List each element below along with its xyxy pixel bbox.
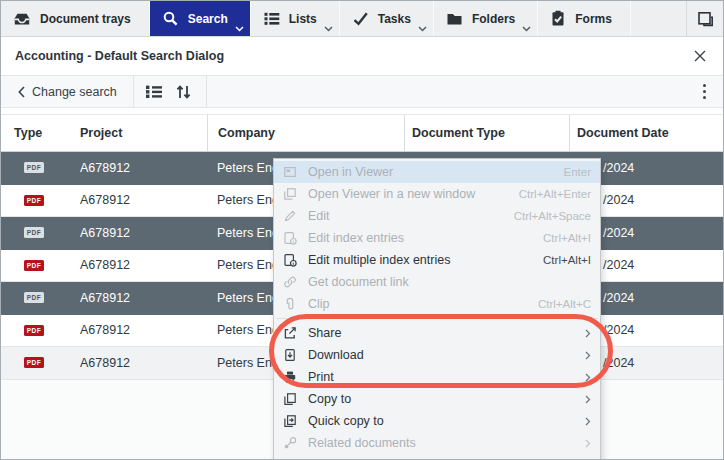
pdf-icon: PDF <box>24 227 44 238</box>
submenu-arrow-icon <box>581 373 591 382</box>
paperclip-icon <box>282 297 298 311</box>
project-cell: A678912 <box>67 185 207 217</box>
tabbar-spacer <box>631 1 686 36</box>
tab-label: Tasks <box>378 12 411 26</box>
pdf-icon: PDF <box>24 260 44 271</box>
menu-item-copy-to[interactable]: Copy to <box>274 388 600 410</box>
pdf-icon: PDF <box>24 195 44 206</box>
restore-window-button[interactable] <box>687 1 723 36</box>
checkmark-icon <box>352 10 369 27</box>
folder-icon <box>446 10 463 27</box>
pencil-icon <box>282 209 298 223</box>
more-options-button[interactable] <box>699 80 710 103</box>
tab-document-trays[interactable]: Document trays <box>1 1 150 36</box>
menu-item-edit-index-entries: Edit index entries Ctrl+Alt+I <box>274 227 600 249</box>
project-cell: A678912 <box>67 250 207 282</box>
app-window: Document trays Search Lists Tasks <box>0 0 724 460</box>
menu-item-history: History Ctrl+Alt+W <box>274 454 600 460</box>
menu-item-open-in-viewer: Open in Viewer Enter <box>274 161 600 183</box>
tab-label: Folders <box>472 12 515 26</box>
tab-lists[interactable]: Lists <box>251 1 340 36</box>
menu-item-clip: Clip Ctrl+Alt+C <box>274 293 600 315</box>
context-menu: Open in Viewer Enter Open Viewer in a ne… <box>273 158 601 460</box>
tab-search[interactable]: Search <box>150 1 251 36</box>
tab-tasks[interactable]: Tasks <box>340 1 434 36</box>
menu-item-edit: Edit Ctrl+Alt+Space <box>274 205 600 227</box>
quick-copy-icon <box>282 414 298 428</box>
share-icon <box>282 326 298 340</box>
submenu-arrow-icon <box>581 329 591 338</box>
toolbar-divider <box>133 75 134 108</box>
menu-item-open-viewer-new-window: Open Viewer in a new window Ctrl+Alt+Ent… <box>274 183 600 205</box>
submenu-arrow-icon <box>581 395 591 404</box>
submenu-arrow-icon <box>581 417 591 426</box>
search-icon <box>162 10 179 27</box>
pdf-icon: PDF <box>24 325 44 336</box>
change-search-label: Change search <box>32 85 117 99</box>
list-view-button[interactable] <box>139 75 169 108</box>
menu-item-related-documents: Related documents <box>274 432 600 454</box>
menu-item-share[interactable]: Share <box>274 322 600 344</box>
tab-label: Search <box>188 12 228 26</box>
submenu-arrow-icon <box>581 439 591 448</box>
dialog-title: Accounting - Default Search Dialog <box>15 49 224 63</box>
copy-icon <box>282 392 298 406</box>
tab-folders[interactable]: Folders <box>434 1 538 36</box>
clipboard-check-icon <box>550 10 566 27</box>
column-header-company[interactable]: Company <box>207 115 404 151</box>
submenu-arrow-icon <box>581 351 591 360</box>
dialog-title-bar: Accounting - Default Search Dialog <box>1 37 723 75</box>
main-tab-bar: Document trays Search Lists Tasks <box>1 1 723 37</box>
open-in-viewer-icon <box>282 165 298 179</box>
chevron-left-icon <box>18 86 25 98</box>
project-cell: A678912 <box>67 347 207 379</box>
chevron-down-icon <box>522 26 531 32</box>
toolbar-divider <box>206 75 207 108</box>
chevron-down-icon <box>324 26 333 32</box>
download-icon <box>282 348 298 362</box>
list-view-icon <box>144 83 163 100</box>
edit-index-icon <box>282 231 298 245</box>
column-header-document-date[interactable]: Document Date <box>569 115 723 151</box>
sort-button[interactable] <box>169 75 199 108</box>
tab-label: Document trays <box>40 12 131 26</box>
menu-item-get-document-link: Get document link <box>274 271 600 293</box>
close-icon[interactable] <box>690 46 710 66</box>
menu-item-edit-multiple-index-entries[interactable]: Edit multiple index entries Ctrl+Alt+I <box>274 249 600 271</box>
change-search-button[interactable]: Change search <box>18 85 117 99</box>
edit-multiple-index-icon <box>282 253 298 267</box>
printer-icon <box>282 370 298 384</box>
project-cell: A678912 <box>67 282 207 314</box>
tab-label: Forms <box>575 12 612 26</box>
menu-item-print[interactable]: Print <box>274 366 600 388</box>
project-cell: A678912 <box>67 152 207 184</box>
pdf-icon: PDF <box>24 162 44 173</box>
project-cell: A678912 <box>67 217 207 249</box>
chevron-down-icon <box>235 26 244 32</box>
related-documents-icon <box>282 436 298 450</box>
tab-forms[interactable]: Forms <box>538 1 631 36</box>
results-toolbar: Change search <box>1 75 723 108</box>
pdf-icon: PDF <box>24 292 44 303</box>
chevron-down-icon <box>418 26 427 32</box>
menu-divider <box>276 318 598 319</box>
project-cell: A678912 <box>67 315 207 347</box>
open-new-window-icon <box>282 187 298 201</box>
pdf-icon: PDF <box>24 357 44 368</box>
column-header-type[interactable]: Type <box>1 115 67 151</box>
menu-item-quick-copy-to[interactable]: Quick copy to <box>274 410 600 432</box>
link-icon <box>282 275 298 289</box>
table-header: Type Project Company Document Type Docum… <box>1 114 723 152</box>
list-icon <box>263 10 280 27</box>
column-header-document-type[interactable]: Document Type <box>404 115 569 151</box>
column-header-project[interactable]: Project <box>67 115 207 151</box>
menu-item-download[interactable]: Download <box>274 344 600 366</box>
sort-arrows-icon <box>175 83 192 101</box>
tab-label: Lists <box>289 12 317 26</box>
document-tray-icon <box>13 10 31 28</box>
